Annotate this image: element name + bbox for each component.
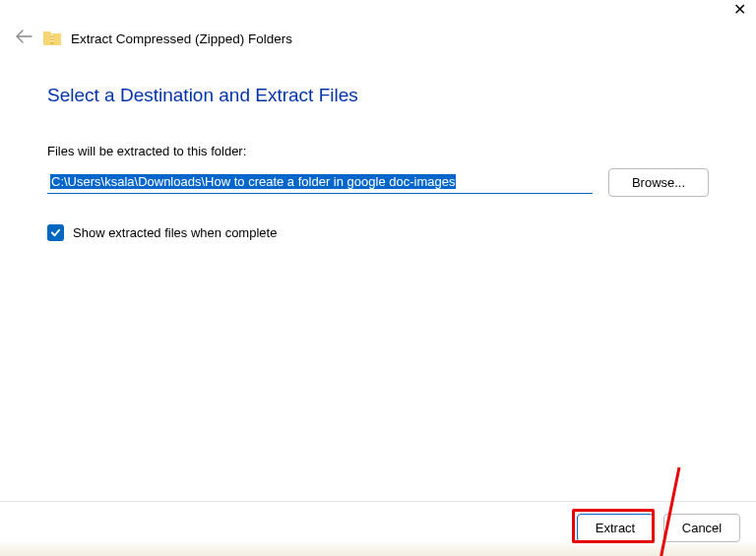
svg-rect-1 bbox=[51, 34, 54, 36]
wizard-header: Extract Compressed (Zipped) Folders bbox=[0, 0, 756, 47]
background-blur bbox=[0, 540, 756, 556]
extract-button[interactable]: Extract bbox=[577, 514, 654, 542]
wizard-title: Extract Compressed (Zipped) Folders bbox=[71, 31, 292, 46]
back-arrow-icon[interactable] bbox=[14, 30, 33, 47]
zipped-folder-icon bbox=[43, 31, 61, 45]
destination-label: Files will be extracted to this folder: bbox=[47, 144, 709, 158]
svg-rect-2 bbox=[51, 37, 54, 39]
cancel-button[interactable]: Cancel bbox=[663, 514, 740, 542]
show-extracted-checkbox-row: Show extracted files when complete bbox=[47, 224, 709, 241]
page-heading: Select a Destination and Extract Files bbox=[47, 85, 709, 106]
destination-path-text: C:\Users\ksala\Downloads\How to create a… bbox=[50, 174, 456, 189]
wizard-footer: Extract Cancel bbox=[0, 501, 756, 542]
destination-path-input[interactable]: C:\Users\ksala\Downloads\How to create a… bbox=[47, 172, 593, 194]
show-extracted-checkbox[interactable] bbox=[47, 224, 64, 241]
close-icon[interactable]: ✕ bbox=[733, 2, 746, 18]
destination-row: C:\Users\ksala\Downloads\How to create a… bbox=[47, 168, 709, 197]
show-extracted-label: Show extracted files when complete bbox=[73, 225, 277, 240]
browse-button[interactable]: Browse... bbox=[608, 168, 709, 197]
wizard-content: Select a Destination and Extract Files F… bbox=[0, 47, 756, 241]
svg-rect-3 bbox=[51, 40, 54, 42]
